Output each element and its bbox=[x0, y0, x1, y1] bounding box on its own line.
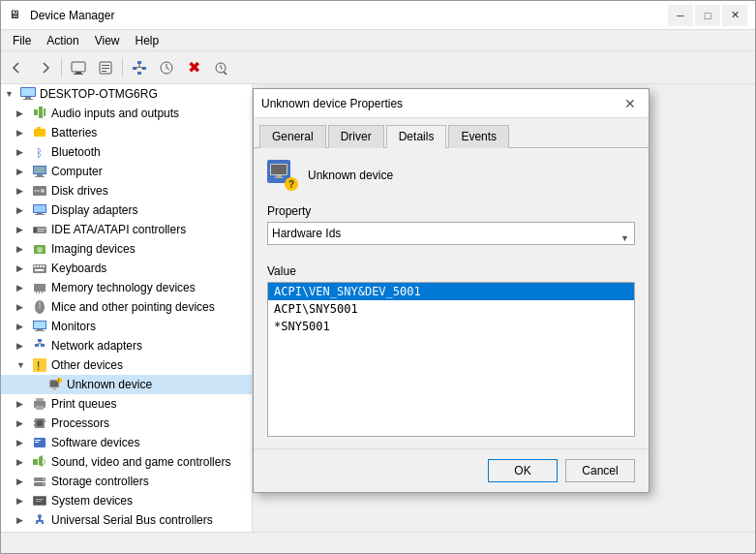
bluetooth-expand-icon: ▶ bbox=[16, 147, 32, 157]
tree-item-batteries[interactable]: ▶Batteries bbox=[1, 123, 252, 142]
computer-expand-icon: ▶ bbox=[16, 167, 32, 176]
tree-item-network[interactable]: ▶Network adapters bbox=[1, 336, 252, 355]
root-computer-icon bbox=[20, 86, 36, 102]
tree-item-bluetooth[interactable]: ▶ᛒBluetooth bbox=[1, 142, 252, 162]
diskdrives-expand-icon: ▶ bbox=[16, 186, 32, 196]
scan-button[interactable] bbox=[208, 55, 233, 80]
tree-item-print[interactable]: ▶Print queues bbox=[1, 394, 252, 414]
svg-rect-81 bbox=[35, 440, 41, 441]
svg-rect-48 bbox=[35, 269, 44, 271]
svg-rect-83 bbox=[33, 459, 38, 465]
tree-item-processors[interactable]: ▶Processors bbox=[1, 414, 252, 433]
value-list-item[interactable]: ACPI\VEN_SNY&DEV_5001 bbox=[268, 283, 634, 300]
usb-label: Universal Serial Bus controllers bbox=[51, 513, 213, 527]
svg-rect-91 bbox=[36, 501, 42, 502]
tree-item-diskdrives[interactable]: ▶Disk drives bbox=[1, 181, 252, 200]
tree-item-software[interactable]: ▶Software devices bbox=[1, 433, 252, 452]
network-icon-btn[interactable] bbox=[127, 55, 152, 80]
value-list-item[interactable]: *SNY5001 bbox=[268, 318, 634, 335]
mice-label: Mice and other pointing devices bbox=[51, 300, 215, 314]
storage-expand-icon: ▶ bbox=[16, 477, 32, 486]
status-bar bbox=[1, 532, 755, 553]
dialog-title: Unknown device Properties bbox=[261, 97, 403, 110]
svg-rect-49 bbox=[34, 284, 45, 292]
tab-driver[interactable]: Driver bbox=[328, 125, 384, 148]
diskdrives-icon bbox=[32, 183, 47, 199]
monitors-icon bbox=[32, 319, 47, 334]
tree-item-computer[interactable]: ▶Computer bbox=[1, 162, 252, 181]
display-icon bbox=[32, 202, 47, 218]
tree-item-sound[interactable]: ▶Sound, video and game controllers bbox=[1, 452, 252, 472]
keyboards-label: Keyboards bbox=[51, 262, 106, 275]
system-label: System devices bbox=[51, 494, 133, 508]
svg-rect-58 bbox=[35, 330, 45, 331]
svg-rect-96 bbox=[42, 522, 44, 524]
computer-icon bbox=[32, 164, 47, 179]
ok-button[interactable]: OK bbox=[488, 459, 558, 482]
value-list[interactable]: ACPI\VEN_SNY&DEV_5001ACPI\SNY5001*SNY500… bbox=[267, 282, 635, 437]
svg-rect-98 bbox=[271, 165, 287, 174]
forward-button[interactable] bbox=[32, 55, 57, 80]
tree-item-keyboards[interactable]: ▶Keyboards bbox=[1, 259, 252, 278]
cancel-button[interactable]: Cancel bbox=[565, 459, 635, 482]
value-list-item[interactable]: ACPI\SNY5001 bbox=[268, 300, 634, 318]
display-expand-icon: ▶ bbox=[16, 205, 32, 215]
tree-item-audio[interactable]: ▶Audio inputs and outputs bbox=[1, 104, 252, 123]
computer-icon-btn[interactable] bbox=[66, 55, 91, 80]
processors-icon bbox=[32, 416, 47, 431]
menu-action[interactable]: Action bbox=[39, 32, 86, 49]
monitors-expand-icon: ▶ bbox=[16, 322, 32, 331]
usb-expand-icon: ▶ bbox=[16, 515, 32, 525]
svg-point-42 bbox=[37, 247, 43, 253]
svg-rect-46 bbox=[40, 265, 42, 267]
tree-root[interactable]: ▼ DESKTOP-OTMG6RG bbox=[1, 84, 252, 104]
svg-rect-7 bbox=[137, 61, 141, 64]
menu-view[interactable]: View bbox=[87, 32, 128, 49]
back-button[interactable] bbox=[5, 55, 30, 80]
tree-item-storage[interactable]: ▶Storage controllers bbox=[1, 472, 252, 491]
ide-expand-icon: ▶ bbox=[16, 225, 32, 234]
tree-item-memory[interactable]: ▶Memory technology devices bbox=[1, 278, 252, 297]
tree-item-other[interactable]: ▼!Other devices bbox=[1, 355, 252, 375]
menu-file[interactable]: File bbox=[5, 32, 39, 49]
tree-item-imaging[interactable]: ▶Imaging devices bbox=[1, 239, 252, 259]
network-expand-icon: ▶ bbox=[16, 341, 32, 351]
dialog-close-button[interactable]: ✕ bbox=[620, 93, 641, 114]
tree-root-label: DESKTOP-OTMG6RG bbox=[40, 87, 158, 101]
tree-item-display[interactable]: ▶Display adapters bbox=[1, 200, 252, 220]
tree-item-monitors[interactable]: ▶Monitors bbox=[1, 317, 252, 336]
tree-item-ide[interactable]: ▶IDE ATA/ATAPI controllers bbox=[1, 220, 252, 239]
tab-general[interactable]: General bbox=[259, 125, 326, 148]
svg-rect-50 bbox=[36, 292, 37, 293]
tab-events[interactable]: Events bbox=[448, 125, 509, 148]
storage-label: Storage controllers bbox=[51, 475, 149, 488]
maximize-button[interactable]: □ bbox=[695, 5, 720, 26]
content-area: ▼ DESKTOP-OTMG6RG ▶Audio inputs and outp… bbox=[1, 84, 755, 532]
svg-rect-90 bbox=[36, 499, 44, 500]
minimize-button[interactable]: ─ bbox=[668, 5, 693, 26]
system-expand-icon: ▶ bbox=[16, 496, 32, 506]
tree-item-unknown[interactable]: !Unknown device bbox=[1, 375, 252, 394]
tree-item-system[interactable]: ▶System devices bbox=[1, 491, 252, 510]
close-button[interactable]: ✕ bbox=[722, 5, 747, 26]
svg-rect-39 bbox=[38, 229, 45, 230]
batteries-expand-icon: ▶ bbox=[16, 128, 32, 138]
tree-item-mice[interactable]: ▶Mice and other pointing devices bbox=[1, 297, 252, 317]
properties-icon-btn[interactable] bbox=[93, 55, 118, 80]
svg-rect-35 bbox=[37, 213, 43, 214]
tab-details[interactable]: Details bbox=[386, 125, 447, 148]
svg-rect-34 bbox=[34, 205, 45, 212]
update-icon-btn[interactable] bbox=[154, 55, 179, 80]
diskdrives-label: Disk drives bbox=[51, 184, 108, 198]
tree-item-usb[interactable]: ▶Universal Serial Bus controllers bbox=[1, 510, 252, 530]
property-select[interactable]: Hardware IdsDevice Instance PathDevice D… bbox=[267, 222, 635, 245]
uninstall-button[interactable]: ✖ bbox=[181, 55, 206, 80]
device-tree: ▼ DESKTOP-OTMG6RG ▶Audio inputs and outp… bbox=[1, 84, 253, 532]
menu-help[interactable]: Help bbox=[128, 32, 167, 49]
svg-point-87 bbox=[43, 483, 45, 485]
svg-rect-23 bbox=[34, 129, 45, 137]
window-title: Device Manager bbox=[30, 9, 114, 22]
svg-rect-28 bbox=[37, 174, 43, 176]
keyboards-expand-icon: ▶ bbox=[16, 263, 32, 273]
svg-rect-45 bbox=[37, 265, 39, 267]
